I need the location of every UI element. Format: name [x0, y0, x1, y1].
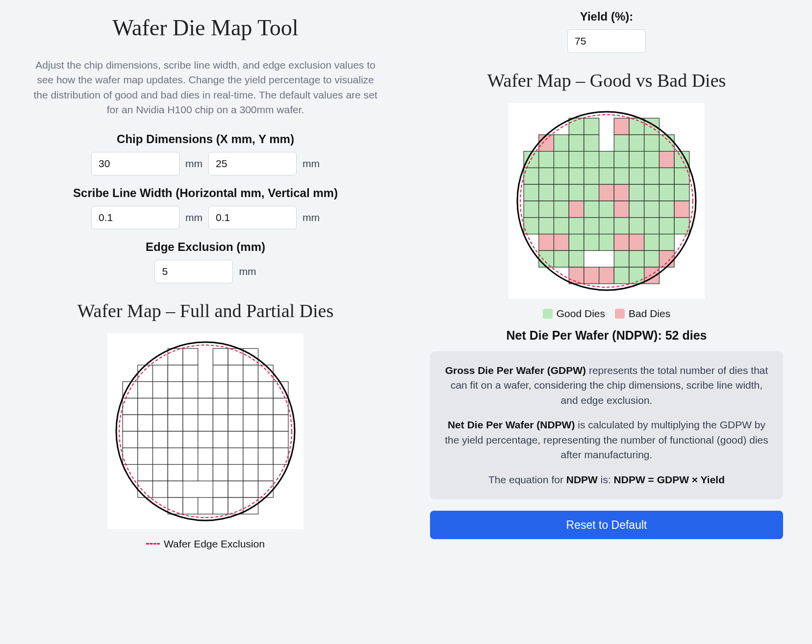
edge-exclusion-input[interactable]: [154, 260, 233, 283]
svg-rect-33: [258, 398, 273, 415]
svg-rect-63: [213, 448, 228, 465]
svg-rect-122: [614, 168, 629, 184]
wafer-good-bad-chart: [508, 103, 705, 299]
svg-rect-82: [243, 481, 258, 497]
right-column: Yield (%): Wafer Map – Good vs Bad Dies …: [416, 10, 797, 634]
edge-exclusion-label: Edge Exclusion (mm): [146, 240, 265, 254]
svg-rect-77: [138, 481, 153, 497]
svg-rect-36: [138, 415, 153, 431]
svg-rect-156: [629, 218, 644, 234]
svg-rect-103: [644, 135, 660, 151]
svg-rect-163: [584, 234, 599, 251]
svg-rect-52: [213, 431, 228, 448]
svg-rect-162: [569, 234, 584, 251]
svg-rect-133: [614, 184, 629, 201]
svg-rect-98: [554, 135, 569, 151]
svg-rect-174: [644, 250, 660, 267]
svg-rect-99: [569, 135, 584, 151]
edge-exclusion-group: Edge Exclusion (mm) mm: [146, 240, 265, 283]
svg-rect-138: [524, 201, 539, 218]
svg-rect-127: [524, 184, 539, 201]
bad-dies-legend-label: Bad Dies: [629, 308, 670, 320]
svg-rect-165: [614, 234, 629, 251]
svg-rect-22: [258, 381, 273, 398]
svg-rect-112: [629, 151, 644, 168]
svg-rect-132: [599, 184, 614, 201]
svg-rect-164: [599, 234, 614, 251]
svg-rect-46: [123, 431, 138, 448]
svg-rect-74: [228, 464, 243, 481]
svg-rect-58: [138, 448, 153, 465]
svg-rect-179: [614, 267, 629, 284]
unit-mm: mm: [185, 212, 203, 223]
scribe-h-input[interactable]: [91, 206, 179, 229]
svg-rect-168: [659, 234, 674, 251]
wafer-full-partial-chart: [107, 333, 304, 529]
svg-rect-47: [138, 431, 153, 448]
svg-rect-166: [629, 234, 644, 251]
svg-rect-79: [168, 481, 183, 497]
scribe-v-input[interactable]: [208, 206, 297, 229]
svg-rect-40: [198, 415, 213, 431]
svg-rect-87: [213, 497, 228, 514]
svg-rect-16: [168, 381, 183, 398]
chip-dimensions-label: Chip Dimensions (X mm, Y mm): [91, 132, 320, 146]
svg-rect-39: [183, 415, 198, 431]
svg-rect-12: [258, 365, 273, 382]
svg-rect-121: [599, 168, 614, 184]
svg-rect-15: [153, 381, 168, 398]
svg-rect-135: [644, 184, 660, 201]
svg-rect-5: [138, 365, 153, 382]
svg-rect-62: [198, 448, 213, 465]
scribe-line-label: Scribe Line Width (Horizontal mm, Vertic…: [73, 186, 338, 200]
svg-rect-38: [168, 415, 183, 431]
good-dies-swatch-icon: [543, 309, 553, 319]
svg-rect-144: [614, 201, 629, 218]
reset-button[interactable]: Reset to Default: [430, 511, 783, 539]
svg-rect-170: [554, 250, 569, 267]
svg-rect-130: [569, 184, 584, 201]
svg-rect-84: [168, 497, 183, 514]
svg-rect-161: [554, 234, 569, 251]
svg-rect-64: [228, 448, 243, 465]
svg-rect-7: [168, 365, 183, 382]
svg-rect-78: [153, 481, 168, 497]
svg-rect-28: [183, 398, 198, 415]
svg-rect-75: [243, 464, 258, 481]
svg-rect-9: [213, 365, 228, 382]
unit-mm: mm: [239, 266, 256, 277]
svg-rect-160: [539, 234, 554, 251]
svg-rect-101: [614, 135, 629, 151]
svg-rect-57: [123, 448, 138, 465]
svg-rect-152: [569, 218, 584, 234]
svg-rect-140: [554, 201, 569, 218]
gdpw-explanation: Gross Die Per Wafer (GDPW) represents th…: [444, 363, 769, 408]
svg-rect-14: [138, 381, 153, 398]
svg-rect-106: [539, 151, 554, 168]
chip-dimensions-group: Chip Dimensions (X mm, Y mm) mm mm: [91, 132, 320, 175]
yield-group: Yield (%):: [567, 10, 646, 53]
chip-y-input[interactable]: [208, 152, 297, 175]
svg-rect-137: [674, 184, 689, 201]
intro-text: Adjust the chip dimensions, scribe line …: [29, 58, 382, 118]
svg-rect-118: [554, 168, 569, 184]
svg-rect-94: [614, 118, 629, 135]
yield-input[interactable]: [567, 29, 646, 53]
svg-rect-72: [198, 464, 213, 481]
svg-rect-24: [123, 398, 138, 415]
svg-rect-108: [569, 151, 584, 168]
svg-rect-139: [539, 201, 554, 218]
svg-rect-178: [599, 267, 614, 284]
svg-rect-128: [539, 184, 554, 201]
chip-x-input[interactable]: [91, 152, 179, 175]
svg-rect-148: [674, 201, 689, 218]
svg-rect-93: [584, 118, 599, 135]
svg-rect-124: [644, 168, 660, 184]
svg-rect-175: [659, 250, 674, 267]
svg-rect-123: [629, 168, 644, 184]
good-bad-legend: Good Dies Bad Dies: [543, 308, 670, 320]
svg-rect-30: [213, 398, 228, 415]
svg-rect-131: [584, 184, 599, 201]
svg-rect-85: [183, 497, 198, 514]
svg-rect-141: [569, 201, 584, 218]
